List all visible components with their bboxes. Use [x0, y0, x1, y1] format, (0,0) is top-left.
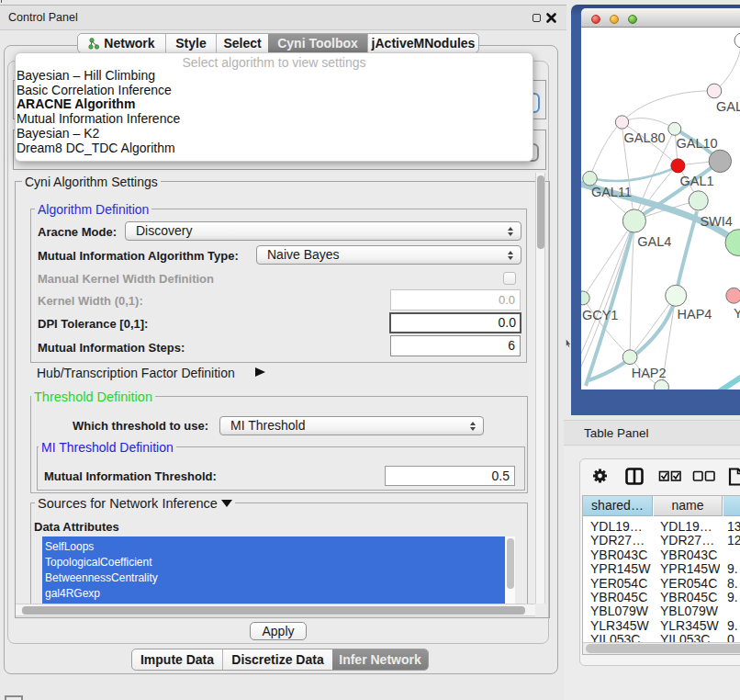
svg-text:HAP2: HAP2 [632, 366, 667, 380]
svg-text:GAL7: GAL7 [716, 99, 740, 114]
svg-text:GAL1: GAL1 [680, 174, 714, 188]
svg-text:SWI4: SWI4 [700, 214, 732, 229]
svg-text:GAL10: GAL10 [677, 136, 718, 151]
svg-text:GCY1: GCY1 [582, 308, 619, 322]
svg-text:YD: YD [734, 306, 740, 321]
svg-text:GAL11: GAL11 [591, 185, 632, 199]
svg-text:GAL4: GAL4 [637, 234, 671, 249]
svg-text:HAP4: HAP4 [678, 307, 712, 322]
svg-text:GAL80: GAL80 [624, 130, 666, 145]
